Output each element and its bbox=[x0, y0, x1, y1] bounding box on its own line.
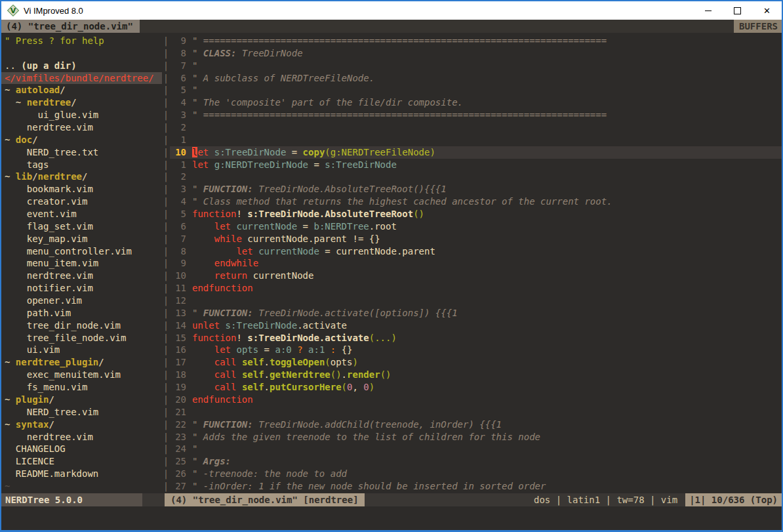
editor-line[interactable]: 21 bbox=[170, 406, 782, 419]
tree-item[interactable]: tags bbox=[1, 159, 162, 171]
editor-line[interactable]: 2 bbox=[170, 171, 782, 183]
tree-item-text: CHANGELOG bbox=[5, 443, 66, 454]
line-number: 4 bbox=[170, 195, 186, 208]
tree-item[interactable]: README.markdown bbox=[1, 468, 162, 480]
separator-bar: | bbox=[162, 195, 170, 208]
tree-item[interactable]: ui_glue.vim bbox=[1, 109, 162, 121]
editor-line[interactable]: 6" A subclass of NERDTreeFileNode. bbox=[170, 72, 782, 85]
editor-line[interactable]: 15function! s:TreeDirNode.activate(...) bbox=[170, 332, 782, 344]
tree-item[interactable]: ~ lib/nerdtree/ bbox=[1, 171, 162, 183]
code-token bbox=[192, 382, 214, 392]
separator-bar: | bbox=[162, 245, 170, 258]
tree-item-text: ~ bbox=[5, 134, 16, 145]
code-token: FUNCTION: bbox=[203, 308, 253, 318]
editor-line[interactable]: 13" FUNCTION: TreeDirNode.activate([opti… bbox=[170, 307, 782, 319]
editor-line[interactable]: 8" CLASS: TreeDirNode bbox=[170, 47, 782, 60]
tree-item[interactable]: ~ doc/ bbox=[1, 134, 162, 146]
close-button[interactable]: ✕ bbox=[752, 1, 782, 20]
editor-line[interactable]: 5function! s:TreeDirNode.AbsoluteTreeRoo… bbox=[170, 208, 782, 220]
separator-bar: | bbox=[162, 468, 170, 480]
editor-line[interactable]: 14unlet s:TreeDirNode.activate bbox=[170, 319, 782, 332]
editor-line[interactable]: 7" bbox=[170, 60, 782, 72]
tree-item[interactable]: ~ nerdtree_plugin/ bbox=[1, 356, 162, 369]
editor-line[interactable]: 18 call self.getNerdtree().render() bbox=[170, 369, 782, 381]
tree-item[interactable]: ui.vim bbox=[1, 344, 162, 356]
editor-line[interactable]: 9" =====================================… bbox=[170, 35, 782, 47]
editor-line[interactable]: 22" FUNCTION: TreeDirNode.addChild(treen… bbox=[170, 419, 782, 431]
maximize-button[interactable] bbox=[723, 1, 752, 20]
tree-item[interactable]: nerdtree.vim bbox=[1, 431, 162, 443]
tree-item[interactable]: nerdtree.vim bbox=[1, 121, 162, 134]
editor-line[interactable]: 25" Args: bbox=[170, 455, 782, 468]
editor-line[interactable]: 27" -inOrder: 1 if the new node should b… bbox=[170, 480, 782, 493]
editor-line[interactable]: 2 bbox=[170, 121, 782, 134]
code-token: call bbox=[214, 382, 237, 392]
code-token: self bbox=[242, 357, 264, 367]
tree-item[interactable]: NERD_tree.txt bbox=[1, 146, 162, 159]
editor-line[interactable]: 1 bbox=[170, 134, 782, 146]
editor-line[interactable]: 9 endwhile bbox=[170, 257, 782, 270]
tree-item[interactable]: notifier.vim bbox=[1, 282, 162, 295]
editor-line[interactable]: 24" bbox=[170, 443, 782, 455]
editor-line[interactable]: 5" bbox=[170, 84, 782, 96]
editor-line[interactable]: 11endfunction bbox=[170, 282, 782, 295]
tree-item[interactable]: bookmark.vim bbox=[1, 183, 162, 195]
tree-item[interactable]: tree_dir_node.vim bbox=[1, 319, 162, 332]
editor-line[interactable]: 3" =====================================… bbox=[170, 109, 782, 121]
tree-item[interactable]: ~ plugin/ bbox=[1, 394, 162, 406]
separator-bar: | bbox=[162, 295, 170, 307]
editor-line[interactable]: 1let g:NERDTreeDirNode = s:TreeDirNode bbox=[170, 159, 782, 171]
editor-line[interactable]: 12 bbox=[170, 295, 782, 307]
line-number: 6 bbox=[170, 220, 186, 233]
tree-item[interactable]: key_map.vim bbox=[1, 233, 162, 245]
command-line bbox=[1, 506, 782, 530]
tree-item[interactable]: LICENCE bbox=[1, 455, 162, 468]
tree-item[interactable]: tree_file_node.vim bbox=[1, 332, 162, 344]
window-separator[interactable]: ||||||||||||||||||||||||||||||||||||| bbox=[162, 33, 170, 493]
tree-item[interactable]: creator.vim bbox=[1, 195, 162, 208]
editor-line[interactable]: 4" The 'composite' part of the file/dir … bbox=[170, 96, 782, 109]
code-token bbox=[192, 369, 214, 380]
tree-item[interactable]: path.vim bbox=[1, 307, 162, 319]
minimize-button[interactable] bbox=[693, 1, 723, 20]
editor-line[interactable]: 16 let opts = a:0 ? a:1 : {} bbox=[170, 344, 782, 356]
editor-line[interactable]: 10 return currentNode bbox=[170, 270, 782, 282]
editor-line[interactable]: 3" FUNCTION: TreeDirNode.AbsoluteTreeRoo… bbox=[170, 183, 782, 195]
tree-item-text: </vimfiles/bundle/nerdtree/ bbox=[5, 73, 154, 83]
tree-item-text: " Press ? for help bbox=[5, 35, 104, 46]
tree-item[interactable]: fs_menu.vim bbox=[1, 381, 162, 394]
tree-item[interactable]: menu_controller.vim bbox=[1, 245, 162, 258]
tree-item-text: ~ bbox=[5, 419, 16, 430]
tree-item[interactable]: " Press ? for help bbox=[1, 35, 162, 47]
tree-item[interactable]: menu_item.vim bbox=[1, 257, 162, 270]
tree-item[interactable]: event.vim bbox=[1, 208, 162, 220]
tree-item bbox=[1, 47, 162, 60]
editor-line[interactable]: 20endfunction bbox=[170, 394, 782, 406]
editor-line[interactable]: 17 call self.toggleOpen(opts) bbox=[170, 356, 782, 369]
editor-line[interactable]: 8 let currentNode = currentNode.parent bbox=[170, 245, 782, 258]
editor-line[interactable]: 7 while currentNode.parent != {} bbox=[170, 233, 782, 245]
tree-item[interactable]: exec_menuitem.vim bbox=[1, 369, 162, 381]
tree-item[interactable]: ~ syntax/ bbox=[1, 419, 162, 431]
editor-line[interactable]: 23" Adds the given treenode to the list … bbox=[170, 431, 782, 443]
tree-item[interactable]: opener.vim bbox=[1, 295, 162, 307]
tree-item[interactable]: .. (up a dir) bbox=[1, 60, 162, 72]
separator-bar: | bbox=[162, 356, 170, 369]
tree-item-selected[interactable]: </vimfiles/bundle/nerdtree/ bbox=[1, 72, 162, 85]
tree-item[interactable]: CHANGELOG bbox=[1, 443, 162, 455]
editor-line-current[interactable]: 10let s:TreeDirNode = copy(g:NERDTreeFil… bbox=[170, 146, 782, 159]
tree-item[interactable]: NERD_tree.vim bbox=[1, 406, 162, 419]
editor-line[interactable]: 6 let currentNode = b:NERDTree.root bbox=[170, 220, 782, 233]
code-token: endwhile bbox=[214, 258, 258, 268]
code-token: " ======================================… bbox=[192, 110, 607, 120]
editor-line[interactable]: 26" -treenode: the node to add bbox=[170, 468, 782, 480]
tab-active[interactable]: (4) "tree_dir_node.vim" bbox=[1, 20, 140, 33]
tree-item[interactable]: flag_set.vim bbox=[1, 220, 162, 233]
editor-line[interactable]: 4" Class method that returns the highest… bbox=[170, 195, 782, 208]
tree-item[interactable]: ~ autoload/ bbox=[1, 84, 162, 96]
tree-item[interactable]: nerdtree.vim bbox=[1, 270, 162, 282]
editor-line[interactable]: 19 call self.putCursorHere(0, 0) bbox=[170, 381, 782, 394]
tree-item[interactable]: ~ bbox=[1, 480, 162, 493]
tree-item[interactable]: ~ nerdtree/ bbox=[1, 96, 162, 109]
code-token: " bbox=[192, 85, 197, 95]
